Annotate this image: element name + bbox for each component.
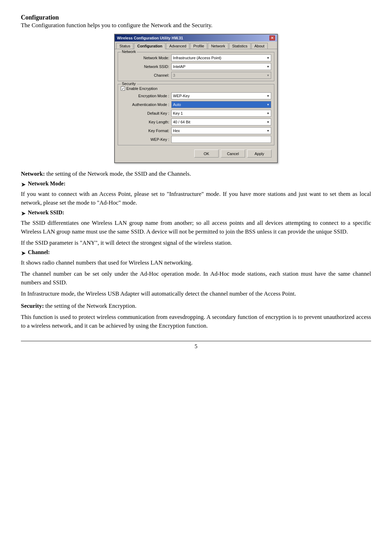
network-mode-text: If you want to connect with an Access Po… [21, 190, 371, 207]
network-group-label: Network [121, 49, 137, 54]
encryption-mode-select[interactable]: WEP-Key ▼ [171, 92, 271, 99]
encryption-mode-arrow: ▼ [267, 94, 269, 98]
network-heading-bold: Network: [21, 170, 45, 177]
intro-paragraph: The Configuration function helps you to … [21, 22, 371, 29]
wep-key-row: WEP-Key : [121, 136, 271, 143]
network-mode-select[interactable]: Infrastructure (Access Point) ▼ [171, 54, 271, 61]
key-length-label: Key Length: [121, 120, 171, 124]
wcu-close-button[interactable]: ✕ [269, 36, 275, 40]
security-section: Security: the setting of the Network Enc… [21, 301, 371, 330]
channel-bullet-label: Channel: [28, 249, 50, 255]
auth-mode-select[interactable]: Auto ▼ [171, 101, 271, 108]
network-ssid-arrow: ▼ [267, 65, 269, 68]
page-title: Configuration [21, 14, 371, 21]
wcu-titlebar: Wireless Configuration Utility HW.31 ✕ [115, 35, 277, 41]
network-mode-bullet: ➤ Network Mode: [21, 181, 371, 188]
network-ssid-text2: If the SSID parameter is "ANY", it will … [21, 238, 371, 247]
channel-row: Channel: 3 ▼ [121, 72, 271, 79]
tab-network[interactable]: Network [208, 43, 228, 49]
channel-label: Channel: [121, 73, 171, 77]
network-heading-rest: the setting of the Network mode, the SSI… [46, 170, 191, 177]
tab-advanced[interactable]: Advanced [166, 43, 189, 49]
network-mode-label: Network Mode: [121, 56, 171, 60]
tab-status[interactable]: Status [116, 43, 133, 49]
channel-text3: In Infrastructure mode, the Wireless USB… [21, 289, 371, 298]
channel-value: 3 [173, 73, 175, 77]
key-format-value: Hex [173, 129, 180, 133]
network-ssid-select[interactable]: IntelAP ▼ [171, 63, 271, 70]
tab-about[interactable]: About [251, 43, 268, 49]
tab-statistics[interactable]: Statistics [229, 43, 251, 49]
enable-encryption-row: ✓ Enable Encryption [121, 86, 271, 91]
default-key-row: Default Key : Key 1 ▼ [121, 110, 271, 117]
cancel-button[interactable]: Cancel [221, 150, 245, 158]
network-ssid-value: IntelAP [173, 64, 185, 69]
key-format-arrow: ▼ [267, 129, 269, 132]
channel-bullet: ➤ Channel: [21, 249, 371, 257]
auth-mode-row: Authentication Mode : Auto ▼ [121, 101, 271, 108]
network-section: Network: the setting of the Network mode… [21, 169, 371, 298]
security-text: This function is used to protect wireles… [21, 313, 371, 330]
encryption-mode-label: Encryption Mode : [121, 94, 171, 98]
default-key-value: Key 1 [173, 111, 183, 115]
page-content: Configuration The Configuration function… [21, 14, 371, 350]
bullet-arrow-ssid-icon: ➤ [21, 210, 26, 217]
security-heading-rest: the setting of the Network Encryption. [45, 303, 136, 309]
screenshot-container: Wireless Configuration Utility HW.31 ✕ S… [21, 34, 371, 163]
key-length-arrow: ▼ [267, 121, 269, 124]
bullet-arrow-icon: ➤ [21, 181, 26, 188]
key-length-row: Key Length: 40 / 64 Bit ▼ [121, 119, 271, 125]
bullet-arrow-channel-icon: ➤ [21, 250, 26, 257]
auth-mode-arrow: ▼ [267, 103, 269, 106]
page-number: 5 [195, 343, 197, 349]
network-heading: Network: the setting of the Network mode… [21, 169, 371, 178]
network-group: Network Network Mode: Infrastructure (Ac… [118, 52, 274, 81]
default-key-arrow: ▼ [267, 112, 269, 115]
enable-encryption-label: Enable Encryption [126, 86, 157, 91]
wcu-body: Network Network Mode: Infrastructure (Ac… [115, 49, 277, 162]
security-heading: Security: the setting of the Network Enc… [21, 301, 371, 311]
default-key-select[interactable]: Key 1 ▼ [171, 110, 271, 117]
channel-text1: It shows radio channel numbers that used… [21, 258, 371, 267]
enable-encryption-checkbox[interactable]: ✓ [121, 86, 125, 91]
encryption-mode-value: WEP-Key [173, 94, 190, 98]
network-ssid-row: Network SSID: IntelAP ▼ [121, 63, 271, 70]
ok-button[interactable]: OK [194, 150, 219, 158]
auth-mode-value: Auto [173, 102, 181, 107]
key-format-row: Key Format: Hex ▼ [121, 127, 271, 134]
encryption-mode-row: Encryption Mode : WEP-Key ▼ [121, 92, 271, 99]
default-key-label: Default Key : [121, 111, 171, 115]
network-ssid-bullet-label: Network SSID: [28, 209, 64, 216]
channel-select: 3 ▼ [171, 72, 271, 79]
key-format-label: Key Format: [121, 129, 171, 133]
wcu-title-text: Wireless Configuration Utility HW.31 [117, 36, 269, 40]
wep-key-input[interactable] [171, 136, 271, 143]
wcu-tabs: Status Configuration Advanced Profile Ne… [115, 41, 277, 49]
network-mode-value: Infrastructure (Access Point) [173, 56, 221, 60]
wcu-buttons: OK Cancel Apply [118, 148, 274, 160]
channel-arrow: ▼ [267, 74, 269, 77]
tab-profile[interactable]: Profile [190, 43, 207, 49]
network-ssid-text1: The SSID differentiates one Wireless LAN… [21, 219, 371, 236]
key-length-value: 40 / 64 Bit [173, 120, 190, 124]
wep-key-label: WEP-Key : [121, 137, 171, 142]
key-format-select[interactable]: Hex ▼ [171, 127, 271, 134]
security-group: Security ✓ Enable Encryption Encryption … [118, 84, 274, 145]
wcu-window: Wireless Configuration Utility HW.31 ✕ S… [114, 34, 278, 163]
auth-mode-label: Authentication Mode : [121, 102, 171, 107]
key-length-select[interactable]: 40 / 64 Bit ▼ [171, 119, 271, 125]
network-mode-bullet-label: Network Mode: [28, 181, 65, 187]
channel-text2: The channel number can be set only under… [21, 269, 371, 287]
network-mode-row: Network Mode: Infrastructure (Access Poi… [121, 54, 271, 61]
network-ssid-bullet: ➤ Network SSID: [21, 209, 371, 217]
page-footer: 5 [21, 341, 371, 350]
title-text: Configuration [21, 14, 59, 21]
network-ssid-label: Network SSID: [121, 64, 171, 69]
security-heading-bold: Security: [21, 303, 44, 309]
security-group-label: Security [121, 82, 137, 86]
tab-configuration[interactable]: Configuration [134, 43, 165, 49]
network-mode-arrow: ▼ [267, 56, 269, 60]
apply-button[interactable]: Apply [247, 150, 272, 158]
